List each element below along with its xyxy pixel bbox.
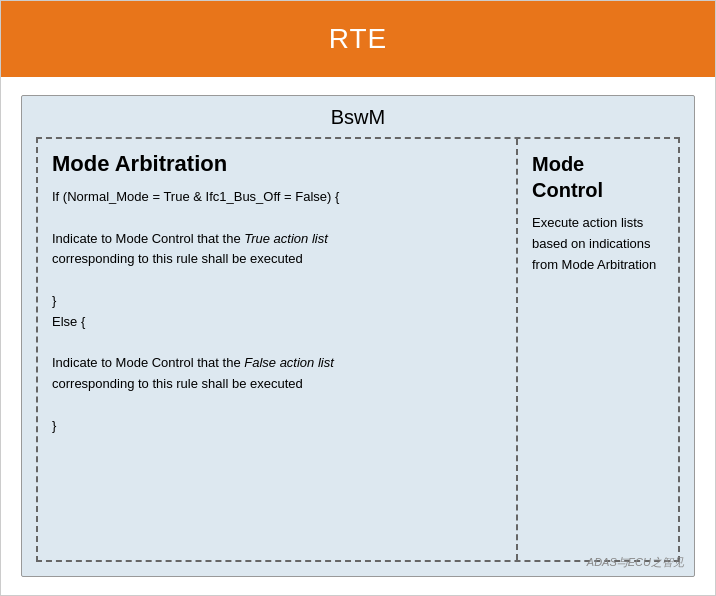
code-spacer-3 <box>52 333 502 354</box>
watermark: ADAS与ECU之智见 <box>587 555 684 570</box>
code-line-1: If (Normal_Mode = True & Ifc1_Bus_Off = … <box>52 187 502 208</box>
mode-control-description: Execute action lists based on indication… <box>532 213 664 275</box>
italic-true-action: True action list <box>244 231 328 246</box>
mode-control-panel: ModeControl Execute action lists based o… <box>518 139 678 560</box>
code-else: Else { <box>52 312 502 333</box>
rte-label: RTE <box>329 23 388 54</box>
code-close-else: } <box>52 416 502 437</box>
code-spacer-1 <box>52 208 502 229</box>
bswm-section: BswM Mode Arbitration If (Normal_Mode = … <box>21 95 695 577</box>
rte-header: RTE <box>1 1 715 77</box>
code-indicate-true: Indicate to Mode Control that the True a… <box>52 229 502 271</box>
code-close-brace: } <box>52 291 502 312</box>
mode-control-title: ModeControl <box>532 151 664 203</box>
page-container: RTE BswM Mode Arbitration If (Normal_Mod… <box>0 0 716 596</box>
code-spacer-4 <box>52 395 502 416</box>
code-indicate-false: Indicate to Mode Control that the False … <box>52 353 502 395</box>
mode-arbitration-panel: Mode Arbitration If (Normal_Mode = True … <box>38 139 518 560</box>
bswm-title: BswM <box>22 96 694 137</box>
code-spacer-2 <box>52 270 502 291</box>
mode-arbitration-title: Mode Arbitration <box>52 151 502 177</box>
inner-container: Mode Arbitration If (Normal_Mode = True … <box>36 137 680 562</box>
italic-false-action: False action list <box>244 355 334 370</box>
